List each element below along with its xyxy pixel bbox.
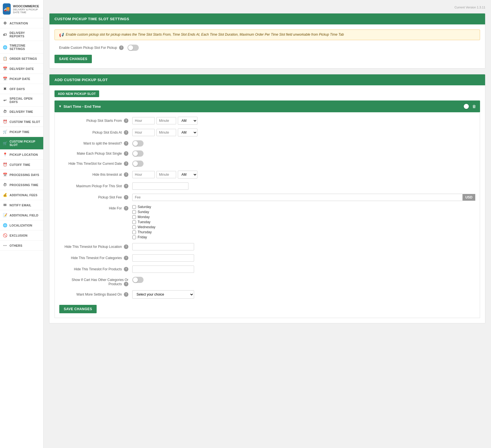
hide-categories-input[interactable] (132, 254, 194, 262)
sidebar-item-pickup-location[interactable]: 📍 PICKUP LOCATION (0, 150, 43, 160)
fee-usd-button[interactable]: USD (463, 194, 475, 201)
sidebar-item-processing-time[interactable]: ⏱ PROCESSING TIME (0, 180, 43, 190)
save-changes-button-2[interactable]: SAVE CHANGES (59, 305, 97, 313)
checkbox-friday[interactable]: Friday (132, 235, 475, 239)
fee-input[interactable] (132, 194, 463, 201)
sidebar-item-processing-days[interactable]: 📅 PROCESSING DAYS (0, 170, 43, 180)
hide-categories-help[interactable]: ? (124, 256, 128, 260)
checkbox-sunday[interactable]: Sunday (132, 210, 475, 214)
checkbox-input-saturday[interactable] (132, 205, 136, 209)
sidebar-nav: ⚙ ACTIVATION 🏷 DELIVERY REPORTS 🌐 TIMEZO… (0, 18, 43, 251)
checkbox-input-monday[interactable] (132, 215, 136, 219)
more-settings-select[interactable]: Select your choice (132, 290, 194, 299)
ends-ampm-select[interactable]: AM PM (178, 129, 197, 136)
nav-icon-pickup-date: 📅 (3, 77, 7, 81)
sidebar-item-pickup-date[interactable]: 📅 PICKUP DATE (0, 74, 43, 84)
enable-toggle[interactable] (128, 45, 139, 51)
nav-label-pickup-date: PICKUP DATE (10, 77, 30, 81)
sidebar-item-cutoff-time[interactable]: ⏰ CUTOFF TIME (0, 160, 43, 170)
checkbox-tuesday[interactable]: Tuesday (132, 220, 475, 224)
version-bar: Current Version 1.3.11 (49, 6, 485, 9)
sidebar: 🚚 WOOCOMMERCE DELIVERY & PICKUP DATE TIM… (0, 0, 44, 448)
split-help[interactable]: ? (124, 141, 128, 146)
ends-minute-input[interactable] (156, 129, 176, 136)
checkbox-input-sunday[interactable] (132, 210, 136, 214)
slot-enable-toggle[interactable] (458, 103, 469, 109)
sidebar-item-special-open-days[interactable]: ↩ SPECIAL OPEN DAYS (0, 94, 43, 107)
nav-icon-custom-time-slot: ⏰ (3, 120, 7, 124)
starts-hour-input[interactable] (132, 117, 155, 124)
more-settings-help[interactable]: ? (124, 292, 128, 297)
checkbox-input-wednesday[interactable] (132, 225, 136, 229)
save-changes-button-1[interactable]: SAVE CHANGES (54, 55, 92, 63)
hide-for-row: Hide For ? Saturday Sunday Monday Tuesda… (59, 205, 475, 239)
sidebar-item-custom-time-slot[interactable]: ⏰ CUSTOM TIME SLOT (0, 117, 43, 127)
checkbox-label-thursday: Thursday (138, 230, 152, 234)
checkbox-saturday[interactable]: Saturday (132, 205, 475, 209)
checkbox-input-thursday[interactable] (132, 230, 136, 234)
sidebar-item-localization[interactable]: 🌐 LOCALIZATION (0, 220, 43, 230)
ends-hour-input[interactable] (132, 129, 155, 136)
starts-ampm-select[interactable]: AM PM (178, 117, 197, 125)
sidebar-item-order-settings[interactable]: 📋 ORDER SETTINGS (0, 54, 43, 64)
sidebar-item-custom-pickup-slot[interactable]: 🛒 CUSTOM PICKUP SLOT (0, 137, 43, 150)
hide-categories-row: Hide This Timeslot For Categories ? (59, 254, 475, 262)
single-help[interactable]: ? (124, 151, 128, 156)
checkbox-input-friday[interactable] (132, 236, 136, 239)
fee-help[interactable]: ? (124, 195, 128, 200)
hide-products-help[interactable]: ? (124, 267, 128, 271)
starts-minute-input[interactable] (156, 117, 176, 124)
enable-help-icon[interactable]: ? (119, 45, 124, 50)
single-label: Make Each Pickup Slot Single ? (59, 151, 132, 156)
sidebar-item-notify-email[interactable]: ✉ NOTIFY EMAIL (0, 200, 43, 210)
sidebar-item-timezone-settings[interactable]: 🌐 TIMEZONE SETTINGS (0, 41, 43, 54)
checkbox-monday[interactable]: Monday (132, 215, 475, 219)
sidebar-item-off-days[interactable]: ✖ OFF DAYS (0, 84, 43, 94)
hide-location-row: Hide This Timeslot for Pickup Location ? (59, 243, 475, 250)
hide-current-toggle[interactable] (132, 161, 144, 167)
hide-minute-input[interactable] (156, 171, 176, 178)
slot-delete-button[interactable]: 🗑 (472, 104, 476, 109)
ends-at-help[interactable]: ? (124, 130, 128, 135)
single-row: Make Each Pickup Slot Single ? (59, 150, 475, 157)
nav-label-exclusion: EXCLUSION (10, 234, 28, 237)
slot-title: Start Time - End Time (63, 104, 101, 109)
sidebar-item-additional-field[interactable]: 📝 ADDITIONAL FIELD (0, 210, 43, 220)
sidebar-item-others[interactable]: ⋯ OTHERS (0, 241, 43, 251)
show-if-cart-toggle[interactable] (132, 277, 144, 283)
checkbox-thursday[interactable]: Thursday (132, 230, 475, 234)
starts-from-label: Pickup Slot Starts From ? (59, 118, 132, 123)
sidebar-item-delivery-time[interactable]: ⏱ DELIVERY TIME (0, 107, 43, 117)
checkbox-wednesday[interactable]: Wednesday (132, 225, 475, 229)
hide-products-input[interactable] (132, 266, 194, 273)
show-if-cart-help[interactable]: ? (124, 282, 128, 286)
add-new-slot-button[interactable]: ADD NEW PICKUP SLOT (54, 90, 99, 97)
hide-hour-input[interactable] (132, 171, 155, 178)
hide-current-toggle-container (132, 161, 475, 167)
sidebar-item-exclusion[interactable]: 🚫 EXCLUSION (0, 230, 43, 241)
split-toggle[interactable] (132, 140, 144, 147)
sidebar-item-delivery-reports[interactable]: 🏷 DELIVERY REPORTS (0, 28, 43, 41)
max-pickup-help[interactable]: ? (124, 184, 128, 188)
starts-from-help[interactable]: ? (124, 118, 128, 123)
hide-location-help[interactable]: ? (124, 244, 128, 249)
checkbox-input-tuesday[interactable] (132, 220, 136, 224)
sidebar-item-activation[interactable]: ⚙ ACTIVATION (0, 18, 43, 28)
max-pickup-input[interactable] (132, 182, 188, 190)
nav-label-others: OTHERS (10, 244, 22, 247)
fee-label: Pickup Slot Fee ? (59, 195, 132, 200)
hide-for-help[interactable]: ? (124, 206, 128, 211)
hide-location-input[interactable] (132, 243, 194, 250)
sidebar-item-delivery-date[interactable]: 📅 DELIVERY DATE (0, 64, 43, 74)
single-toggle[interactable] (132, 150, 144, 157)
sidebar-item-additional-fees[interactable]: 💰 ADDITIONAL FEES (0, 190, 43, 200)
nav-label-pickup-location: PICKUP LOCATION (10, 153, 38, 156)
hide-ampm-select[interactable]: AM PM (178, 171, 197, 179)
hide-timeslot-at-help[interactable]: ? (124, 172, 128, 177)
nav-label-custom-pickup-slot: CUSTOM PICKUP SLOT (10, 140, 40, 147)
hide-current-help[interactable]: ? (124, 161, 128, 166)
checkbox-label-wednesday: Wednesday (138, 225, 155, 229)
fee-row: Pickup Slot Fee ? USD (59, 194, 475, 201)
sidebar-item-pickup-time[interactable]: 🛒 PICKUP TIME (0, 127, 43, 137)
hide-current-label: Hide This TimeSlot for Current Date ? (59, 161, 132, 166)
